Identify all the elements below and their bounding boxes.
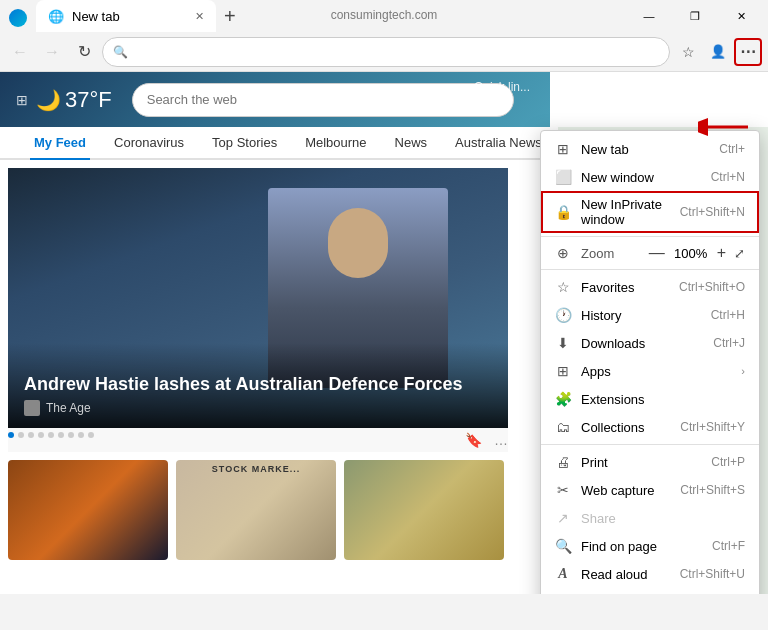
nav-australia-news[interactable]: Australia News [451,127,546,158]
more-options-button[interactable]: ⋯ [734,38,762,66]
hero-dot-6[interactable] [58,432,64,438]
address-bar[interactable]: 🔍 [102,37,670,67]
history-shortcut: Ctrl+H [711,308,745,322]
minimize-button[interactable]: — [626,0,672,32]
context-menu: ⊞ New tab Ctrl+ ⬜ New window Ctrl+N 🔒 Ne… [540,130,760,594]
back-button[interactable]: ← [6,38,34,66]
print-shortcut: Ctrl+P [711,455,745,469]
zoom-fullscreen-button[interactable]: ⤢ [734,246,745,261]
forward-button[interactable]: → [38,38,66,66]
menu-item-share[interactable]: ↗ Share [541,504,759,532]
extensions-icon: 🧩 [555,391,571,407]
hero-dot-3[interactable] [28,432,34,438]
tab-close-button[interactable]: ✕ [195,10,204,23]
zoom-icon: ⊕ [555,245,571,261]
menu-item-extensions[interactable]: 🧩 Extensions [541,385,759,413]
weather-icon: 🌙 [36,88,61,112]
article-desert[interactable] [8,460,168,560]
hero-dot-5[interactable] [48,432,54,438]
menu-item-apps[interactable]: ⊞ Apps › [541,357,759,385]
inprivate-shortcut: Ctrl+Shift+N [680,205,745,219]
address-input[interactable] [134,44,659,59]
nav-my-feed[interactable]: My Feed [30,127,90,160]
apps-arrow: › [741,365,745,377]
refresh-button[interactable]: ↻ [70,38,98,66]
share-icon: ↗ [555,510,571,526]
grid-icon[interactable]: ⊞ [16,92,28,108]
search-input[interactable] [147,92,499,107]
source-name: The Age [46,401,91,415]
print-label: Print [581,455,608,470]
nav-top-stories[interactable]: Top Stories [208,127,281,158]
hero-dot-2[interactable] [18,432,24,438]
browser-icon [4,4,32,32]
web-capture-label: Web capture [581,483,654,498]
apps-icon: ⊞ [555,363,571,379]
bottom-articles: STOCK MARKE... [0,452,550,568]
menu-item-read-aloud[interactable]: A Read aloud Ctrl+Shift+U [541,560,759,588]
new-window-label: New window [581,170,654,185]
menu-item-more-tools[interactable]: ⚙ More tools › [541,588,759,594]
hero-dot-9[interactable] [88,432,94,438]
menu-item-downloads[interactable]: ⬇ Downloads Ctrl+J [541,329,759,357]
menu-item-favorites[interactable]: ☆ Favorites Ctrl+Shift+O [541,273,759,301]
article-stock[interactable]: STOCK MARKE... [176,460,336,560]
more-article-options[interactable]: … [494,432,508,448]
hero-dot-1[interactable] [8,432,14,438]
extensions-label: Extensions [581,392,645,407]
menu-item-inprivate[interactable]: 🔒 New InPrivate window Ctrl+Shift+N [541,191,759,233]
collections-icon: 🗂 [555,419,571,435]
hero-dot-4[interactable] [38,432,44,438]
tab-title: New tab [72,9,187,24]
downloads-label: Downloads [581,336,645,351]
system-buttons: — ❐ ✕ [626,0,764,32]
hero-dot-8[interactable] [78,432,84,438]
history-icon: 🕐 [555,307,571,323]
greeting-area: ⊞ 🌙 37°F [16,87,112,113]
menu-item-web-capture[interactable]: ✂ Web capture Ctrl+Shift+S [541,476,759,504]
menu-item-new-window[interactable]: ⬜ New window Ctrl+N [541,163,759,191]
share-label: Share [581,511,616,526]
new-tab-button[interactable]: + [216,5,244,28]
downloads-icon: ⬇ [555,335,571,351]
tab-area: 🌐 New tab ✕ + [4,0,626,32]
nav-news[interactable]: News [391,127,432,158]
page-content: ⊞ 🌙 37°F Quick lin... My Feed Coronaviru… [0,72,768,594]
menu-item-collections[interactable]: 🗂 Collections Ctrl+Shift+Y [541,413,759,441]
bookmark-icon[interactable]: 🔖 [465,432,482,448]
search-icon: 🔍 [113,45,128,59]
favorites-icon-button[interactable]: ☆ [674,38,702,66]
zoom-in-button[interactable]: + [715,244,728,262]
find-icon: 🔍 [555,538,571,554]
hero-article[interactable]: Andrew Hastie lashes at Australian Defen… [8,168,508,428]
inprivate-icon: 🔒 [555,204,571,220]
browser-tab[interactable]: 🌐 New tab ✕ [36,0,216,32]
nav-coronavirus[interactable]: Coronavirus [110,127,188,158]
menu-item-find-on-page[interactable]: 🔍 Find on page Ctrl+F [541,532,759,560]
menu-item-history[interactable]: 🕐 History Ctrl+H [541,301,759,329]
hero-dot-7[interactable] [68,432,74,438]
new-tab-label: New tab [581,142,629,157]
apps-label: Apps [581,364,611,379]
nav-melbourne[interactable]: Melbourne [301,127,370,158]
toolbar-icons: ☆ 👤 ⋯ [674,38,762,66]
favorites-icon: ☆ [555,279,571,295]
article-uniform[interactable] [344,460,504,560]
close-button[interactable]: ✕ [718,0,764,32]
favorites-label: Favorites [581,280,634,295]
browser-toolbar: ← → ↻ 🔍 ☆ 👤 ⋯ [0,32,768,72]
restore-button[interactable]: ❐ [672,0,718,32]
refresh-icon: ↻ [78,42,91,61]
read-aloud-label: Read aloud [581,567,648,582]
search-bar[interactable] [132,83,514,117]
zoom-control: ⊕ Zoom — 100% + ⤢ [541,240,759,266]
favorites-shortcut: Ctrl+Shift+O [679,280,745,294]
new-window-shortcut: Ctrl+N [711,170,745,184]
zoom-out-button[interactable]: — [647,244,667,262]
feed-nav: My Feed Coronavirus Top Stories Melbourn… [0,127,550,160]
web-capture-shortcut: Ctrl+Shift+S [680,483,745,497]
collections-shortcut: Ctrl+Shift+Y [680,420,745,434]
profile-button[interactable]: 👤 [704,38,732,66]
menu-item-print[interactable]: 🖨 Print Ctrl+P [541,448,759,476]
menu-item-new-tab[interactable]: ⊞ New tab Ctrl+ [541,135,759,163]
